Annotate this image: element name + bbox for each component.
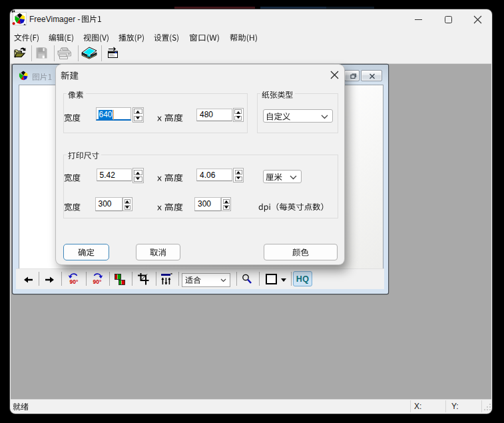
svg-text:90°: 90° (93, 278, 102, 285)
svg-text:90°: 90° (70, 278, 79, 285)
